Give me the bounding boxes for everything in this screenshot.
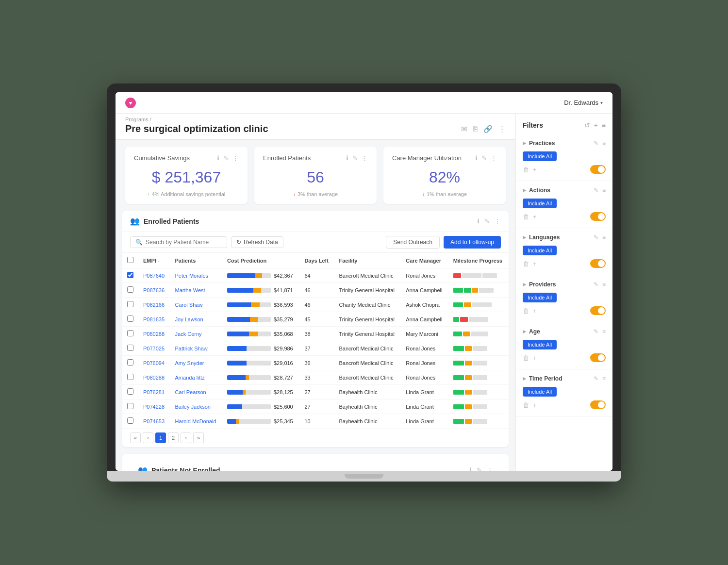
td-checkbox[interactable] xyxy=(122,356,138,370)
filter-toggle[interactable] xyxy=(590,306,606,315)
more-icon[interactable]: ⋮ xyxy=(487,466,493,471)
filter-group-header[interactable]: ▶ Languages ✎ ≡ xyxy=(516,232,612,243)
more-icon[interactable]: ⋮ xyxy=(495,217,501,225)
edit-icon[interactable]: ✎ xyxy=(477,466,482,471)
td-checkbox[interactable] xyxy=(122,268,138,283)
delete-filter-icon[interactable]: 🗑 xyxy=(523,213,529,220)
td-checkbox[interactable] xyxy=(122,312,138,327)
include-all-button[interactable]: Include All xyxy=(523,199,557,208)
empi-link[interactable]: P074228 xyxy=(143,404,165,410)
refresh-button[interactable]: ↻ Refresh Data xyxy=(231,236,283,248)
row-checkbox[interactable] xyxy=(127,316,133,322)
search-box[interactable]: 🔍 xyxy=(130,236,227,248)
td-checkbox[interactable] xyxy=(122,327,138,341)
email-icon[interactable]: ✉ xyxy=(461,125,467,133)
td-checkbox[interactable] xyxy=(122,298,138,312)
more-icon[interactable]: ⋮ xyxy=(491,154,497,162)
patient-link[interactable]: Jack Cerny xyxy=(175,331,202,337)
drag-filter-icon[interactable]: ≡ xyxy=(602,375,606,382)
include-all-button[interactable]: Include All xyxy=(523,151,557,161)
filter-toggle[interactable] xyxy=(590,259,606,268)
empi-link[interactable]: P076094 xyxy=(143,360,165,366)
include-all-button[interactable]: Include All xyxy=(523,246,557,255)
td-checkbox[interactable] xyxy=(122,385,138,399)
patient-link[interactable]: Joy Lawson xyxy=(175,316,203,322)
pagination-first[interactable]: « xyxy=(130,432,141,443)
filter-menu-icon[interactable]: ≡ xyxy=(602,121,606,129)
patient-link[interactable]: Peter Morales xyxy=(175,273,208,279)
patient-link[interactable]: Martha West xyxy=(175,287,205,293)
add-filter-item-icon[interactable]: + xyxy=(533,401,537,409)
patient-link[interactable]: Bailey Jackson xyxy=(175,404,211,410)
pagination-page-2[interactable]: 2 xyxy=(168,432,179,443)
add-filter-item-icon[interactable]: + xyxy=(533,307,537,315)
empi-link[interactable]: P082166 xyxy=(143,302,165,308)
th-facility[interactable]: Facility xyxy=(334,253,401,268)
delete-filter-icon[interactable]: 🗑 xyxy=(523,354,529,362)
patient-link[interactable]: Carol Shaw xyxy=(175,302,203,308)
empi-link[interactable]: P074653 xyxy=(143,418,165,424)
pagination-page-1[interactable]: 1 xyxy=(155,432,166,443)
edit-filter-icon[interactable]: ✎ xyxy=(594,140,598,147)
refresh-filter-icon[interactable]: ↺ xyxy=(584,121,590,129)
edit-icon[interactable]: ✎ xyxy=(223,154,229,162)
info-icon[interactable]: ℹ xyxy=(346,154,348,162)
delete-filter-icon[interactable]: 🗑 xyxy=(523,401,529,409)
patient-link[interactable]: Pattrick Shaw xyxy=(175,346,208,351)
info-icon[interactable]: ℹ xyxy=(217,154,219,162)
add-filter-item-icon[interactable]: + xyxy=(533,260,537,267)
filter-group-header[interactable]: ▶ Practices ✎ ≡ xyxy=(516,138,612,149)
filter-group-header[interactable]: ▶ Age ✎ ≡ xyxy=(516,326,612,337)
add-filter-item-icon[interactable]: + xyxy=(533,166,537,173)
td-checkbox[interactable] xyxy=(122,341,138,356)
more-icon[interactable]: ⋮ xyxy=(232,154,239,162)
empi-link[interactable]: P087640 xyxy=(143,273,165,279)
empi-link[interactable]: P080288 xyxy=(143,375,165,381)
pagination-last[interactable]: » xyxy=(193,432,204,443)
pagination-next[interactable]: › xyxy=(181,432,191,443)
th-cost[interactable]: Cost Prediction xyxy=(222,253,299,268)
add-filter-item-icon[interactable]: + xyxy=(533,354,537,362)
row-checkbox[interactable] xyxy=(127,301,133,307)
pagination-prev[interactable]: ‹ xyxy=(143,432,153,443)
empi-link[interactable]: P080288 xyxy=(143,331,165,337)
row-checkbox[interactable] xyxy=(127,345,133,351)
edit-filter-icon[interactable]: ✎ xyxy=(594,187,598,194)
drag-filter-icon[interactable]: ≡ xyxy=(602,281,606,288)
drag-filter-icon[interactable]: ≡ xyxy=(602,328,606,335)
more-icon[interactable]: ⋮ xyxy=(498,125,506,133)
share-icon[interactable]: ⎘ xyxy=(473,125,478,133)
link-icon[interactable]: 🔗 xyxy=(483,125,493,133)
row-checkbox[interactable] xyxy=(127,417,133,424)
edit-icon[interactable]: ✎ xyxy=(484,217,490,225)
empi-link[interactable]: P077025 xyxy=(143,346,165,351)
add-followup-button[interactable]: Add to Follow-up xyxy=(444,236,501,249)
add-filter-icon[interactable]: + xyxy=(594,121,598,129)
patient-link[interactable]: Amy Snyder xyxy=(175,360,204,366)
empi-link[interactable]: P076281 xyxy=(143,389,165,395)
delete-filter-icon[interactable]: 🗑 xyxy=(523,260,529,267)
info-icon[interactable]: ℹ xyxy=(475,154,478,162)
info-icon[interactable]: ℹ xyxy=(477,217,480,225)
user-menu[interactable]: Dr. Edwards ▾ xyxy=(564,99,603,106)
select-all-checkbox[interactable] xyxy=(127,257,133,263)
more-icon[interactable]: ⋮ xyxy=(362,154,368,162)
edit-icon[interactable]: ✎ xyxy=(352,154,358,162)
td-checkbox[interactable] xyxy=(122,414,138,429)
edit-filter-icon[interactable]: ✎ xyxy=(594,328,598,335)
send-outreach-button[interactable]: Send Outreach xyxy=(386,236,440,249)
td-checkbox[interactable] xyxy=(122,283,138,298)
drag-filter-icon[interactable]: ≡ xyxy=(602,234,606,241)
th-care-manager[interactable]: Care Manager xyxy=(401,253,448,268)
filter-group-header[interactable]: ▶ Time Period ✎ ≡ xyxy=(516,373,612,384)
edit-filter-icon[interactable]: ✎ xyxy=(594,281,598,288)
row-checkbox[interactable] xyxy=(127,330,133,336)
row-checkbox[interactable] xyxy=(127,388,133,395)
drag-filter-icon[interactable]: ≡ xyxy=(602,140,606,147)
edit-filter-icon[interactable]: ✎ xyxy=(594,234,598,241)
include-all-button[interactable]: Include All xyxy=(523,387,557,397)
th-empi[interactable]: EMPI ↓ xyxy=(138,253,170,268)
filter-group-header[interactable]: ▶ Providers ✎ ≡ xyxy=(516,279,612,290)
td-checkbox[interactable] xyxy=(122,399,138,414)
row-checkbox[interactable] xyxy=(127,286,133,293)
